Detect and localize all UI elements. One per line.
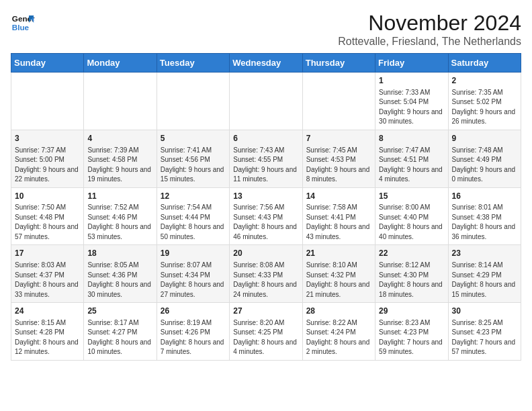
day-info: Sunrise: 7:48 AM Sunset: 4:49 PM Dayligh… [452, 146, 517, 185]
day-number: 20 [233, 248, 298, 259]
day-info: Sunrise: 8:01 AM Sunset: 4:38 PM Dayligh… [452, 203, 517, 242]
month-title: November 2024 [338, 11, 521, 36]
day-info: Sunrise: 7:33 AM Sunset: 5:04 PM Dayligh… [379, 88, 444, 127]
day-number: 2 [452, 75, 517, 87]
svg-text:Blue: Blue [12, 23, 30, 32]
day-number: 27 [233, 306, 298, 317]
calendar-cell [11, 73, 84, 130]
calendar-cell: 13Sunrise: 7:56 AM Sunset: 4:43 PM Dayli… [230, 187, 302, 245]
calendar-cell: 24Sunrise: 8:15 AM Sunset: 4:28 PM Dayli… [11, 303, 84, 361]
week-row-5: 24Sunrise: 8:15 AM Sunset: 4:28 PM Dayli… [11, 303, 521, 361]
day-number: 17 [15, 248, 80, 259]
calendar-cell: 20Sunrise: 8:08 AM Sunset: 4:33 PM Dayli… [230, 245, 302, 303]
day-info: Sunrise: 8:07 AM Sunset: 4:34 PM Dayligh… [161, 261, 226, 300]
day-number: 24 [15, 306, 80, 317]
title-area: November 2024 Rottevalle, Friesland, The… [338, 11, 521, 48]
calendar-cell: 12Sunrise: 7:54 AM Sunset: 4:44 PM Dayli… [157, 187, 229, 245]
calendar-cell: 6Sunrise: 7:43 AM Sunset: 4:55 PM Daylig… [230, 130, 302, 187]
day-number: 12 [161, 191, 226, 202]
calendar-cell [302, 73, 375, 130]
calendar-cell: 2Sunrise: 7:35 AM Sunset: 5:02 PM Daylig… [448, 73, 521, 130]
weekday-header-monday: Monday [84, 54, 157, 73]
day-info: Sunrise: 8:15 AM Sunset: 4:28 PM Dayligh… [15, 318, 80, 357]
day-number: 21 [306, 248, 371, 259]
day-info: Sunrise: 8:00 AM Sunset: 4:40 PM Dayligh… [379, 203, 444, 242]
calendar-cell: 3Sunrise: 7:37 AM Sunset: 5:00 PM Daylig… [11, 130, 84, 187]
calendar-cell: 17Sunrise: 8:03 AM Sunset: 4:37 PM Dayli… [11, 245, 84, 303]
weekday-header-wednesday: Wednesday [230, 54, 302, 73]
day-info: Sunrise: 8:17 AM Sunset: 4:27 PM Dayligh… [87, 318, 152, 357]
calendar-cell: 11Sunrise: 7:52 AM Sunset: 4:46 PM Dayli… [84, 187, 157, 245]
day-info: Sunrise: 7:58 AM Sunset: 4:41 PM Dayligh… [306, 203, 371, 242]
calendar-cell: 8Sunrise: 7:47 AM Sunset: 4:51 PM Daylig… [375, 130, 448, 187]
calendar-cell: 9Sunrise: 7:48 AM Sunset: 4:49 PM Daylig… [448, 130, 521, 187]
day-number: 29 [379, 306, 444, 317]
calendar-cell: 7Sunrise: 7:45 AM Sunset: 4:53 PM Daylig… [302, 130, 375, 187]
calendar-cell: 14Sunrise: 7:58 AM Sunset: 4:41 PM Dayli… [302, 187, 375, 245]
calendar-cell: 26Sunrise: 8:19 AM Sunset: 4:26 PM Dayli… [157, 303, 229, 361]
calendar-cell: 23Sunrise: 8:14 AM Sunset: 4:29 PM Dayli… [448, 245, 521, 303]
calendar-cell [84, 73, 157, 130]
week-row-1: 1Sunrise: 7:33 AM Sunset: 5:04 PM Daylig… [11, 73, 521, 130]
day-info: Sunrise: 7:35 AM Sunset: 5:02 PM Dayligh… [452, 88, 517, 127]
day-info: Sunrise: 7:54 AM Sunset: 4:44 PM Dayligh… [161, 203, 226, 242]
calendar-cell: 27Sunrise: 8:20 AM Sunset: 4:25 PM Dayli… [230, 303, 302, 361]
calendar-cell [230, 73, 302, 130]
day-info: Sunrise: 7:37 AM Sunset: 5:00 PM Dayligh… [15, 146, 80, 185]
day-info: Sunrise: 8:19 AM Sunset: 4:26 PM Dayligh… [161, 318, 226, 357]
calendar-cell: 25Sunrise: 8:17 AM Sunset: 4:27 PM Dayli… [84, 303, 157, 361]
calendar-cell: 16Sunrise: 8:01 AM Sunset: 4:38 PM Dayli… [448, 187, 521, 245]
day-info: Sunrise: 8:12 AM Sunset: 4:30 PM Dayligh… [379, 261, 444, 300]
header: General Blue November 2024 Rottevalle, F… [11, 11, 521, 48]
week-row-4: 17Sunrise: 8:03 AM Sunset: 4:37 PM Dayli… [11, 245, 521, 303]
day-number: 18 [87, 248, 152, 259]
weekday-header-row: SundayMondayTuesdayWednesdayThursdayFrid… [11, 54, 521, 73]
day-number: 9 [452, 133, 517, 144]
calendar-cell: 1Sunrise: 7:33 AM Sunset: 5:04 PM Daylig… [375, 73, 448, 130]
day-number: 13 [233, 191, 298, 202]
day-info: Sunrise: 8:14 AM Sunset: 4:29 PM Dayligh… [452, 261, 517, 300]
calendar-cell: 21Sunrise: 8:10 AM Sunset: 4:32 PM Dayli… [302, 245, 375, 303]
logo-icon: General Blue [11, 11, 35, 35]
day-number: 28 [306, 306, 371, 317]
day-info: Sunrise: 7:43 AM Sunset: 4:55 PM Dayligh… [233, 146, 298, 185]
day-info: Sunrise: 7:50 AM Sunset: 4:48 PM Dayligh… [15, 203, 80, 242]
day-info: Sunrise: 7:41 AM Sunset: 4:56 PM Dayligh… [161, 146, 226, 185]
weekday-header-sunday: Sunday [11, 54, 84, 73]
calendar-cell: 4Sunrise: 7:39 AM Sunset: 4:58 PM Daylig… [84, 130, 157, 187]
day-number: 15 [379, 191, 444, 202]
day-info: Sunrise: 8:22 AM Sunset: 4:24 PM Dayligh… [306, 318, 371, 357]
calendar-cell: 18Sunrise: 8:05 AM Sunset: 4:36 PM Dayli… [84, 245, 157, 303]
day-number: 11 [87, 191, 152, 202]
calendar-cell: 10Sunrise: 7:50 AM Sunset: 4:48 PM Dayli… [11, 187, 84, 245]
day-number: 5 [161, 133, 226, 144]
day-number: 16 [452, 191, 517, 202]
calendar-cell: 29Sunrise: 8:23 AM Sunset: 4:23 PM Dayli… [375, 303, 448, 361]
calendar: SundayMondayTuesdayWednesdayThursdayFrid… [11, 53, 521, 361]
day-info: Sunrise: 8:03 AM Sunset: 4:37 PM Dayligh… [15, 261, 80, 300]
day-number: 1 [379, 75, 444, 87]
day-info: Sunrise: 8:20 AM Sunset: 4:25 PM Dayligh… [233, 318, 298, 357]
weekday-header-friday: Friday [375, 54, 448, 73]
day-number: 14 [306, 191, 371, 202]
day-number: 10 [15, 191, 80, 202]
day-number: 25 [87, 306, 152, 317]
logo: General Blue [11, 11, 35, 35]
calendar-cell [157, 73, 229, 130]
day-number: 6 [233, 133, 298, 144]
day-number: 7 [306, 133, 371, 144]
day-info: Sunrise: 7:45 AM Sunset: 4:53 PM Dayligh… [306, 146, 371, 185]
week-row-2: 3Sunrise: 7:37 AM Sunset: 5:00 PM Daylig… [11, 130, 521, 187]
day-info: Sunrise: 8:10 AM Sunset: 4:32 PM Dayligh… [306, 261, 371, 300]
day-info: Sunrise: 7:52 AM Sunset: 4:46 PM Dayligh… [87, 203, 152, 242]
day-number: 4 [87, 133, 152, 144]
weekday-header-thursday: Thursday [302, 54, 375, 73]
calendar-cell: 19Sunrise: 8:07 AM Sunset: 4:34 PM Dayli… [157, 245, 229, 303]
day-number: 3 [15, 133, 80, 144]
day-info: Sunrise: 7:39 AM Sunset: 4:58 PM Dayligh… [87, 146, 152, 185]
day-number: 23 [452, 248, 517, 259]
day-number: 22 [379, 248, 444, 259]
day-number: 26 [161, 306, 226, 317]
calendar-cell: 30Sunrise: 8:25 AM Sunset: 4:23 PM Dayli… [448, 303, 521, 361]
weekday-header-saturday: Saturday [448, 54, 521, 73]
